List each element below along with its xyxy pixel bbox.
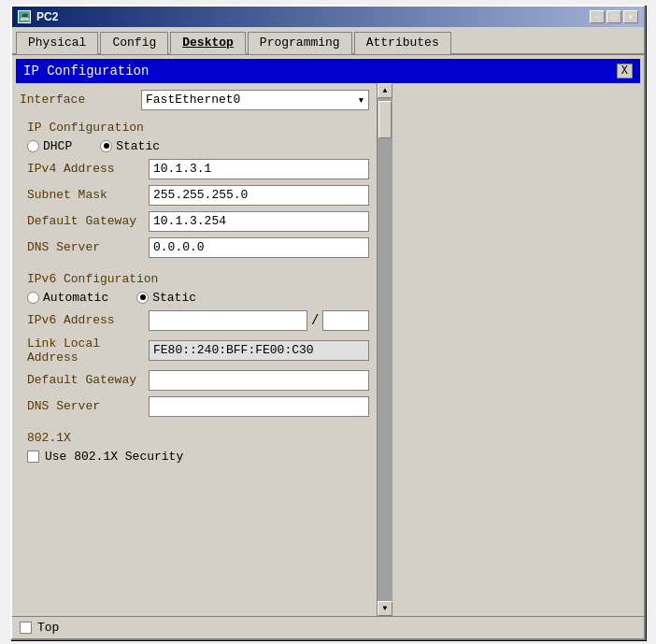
use-802-label: Use 802.1X Security <box>45 450 183 464</box>
link-local-input <box>149 340 369 361</box>
static-label: Static <box>116 139 160 153</box>
automatic-label: Automatic <box>43 291 108 305</box>
tab-programming[interactable]: Programming <box>248 32 352 54</box>
static-ipv6-radio[interactable]: Static <box>136 291 196 305</box>
scrollbar: ▲ ▼ <box>377 83 392 616</box>
title-bar-left: 💻 PC2 <box>18 10 58 23</box>
ipv6-address-row: IPv6 Address / <box>27 308 369 334</box>
scroll-thumb[interactable] <box>378 101 392 138</box>
tab-physical[interactable]: Physical <box>16 32 98 54</box>
scroll-down-button[interactable]: ▼ <box>378 601 392 616</box>
subnet-input[interactable] <box>149 185 369 206</box>
ip-config-header: IP Configuration X <box>16 59 640 83</box>
link-local-row: Link Local Address <box>27 334 369 367</box>
dns-ipv6-input[interactable] <box>149 396 369 417</box>
interface-select[interactable]: FastEthernet0 ▾ <box>141 90 369 110</box>
dns-ipv6-row: DNS Server <box>27 394 369 420</box>
interface-row: Interface FastEthernet0 ▾ <box>20 87 369 113</box>
close-button[interactable]: × <box>623 10 638 23</box>
interface-label: Interface <box>20 93 141 107</box>
slash-divider: / <box>307 313 322 328</box>
ipv4-label: IPv4 Address <box>27 162 149 176</box>
ipv4-row: IPv4 Address <box>27 156 369 182</box>
dhcp-radio-circle <box>27 140 39 152</box>
inner-content: Interface FastEthernet0 ▾ IP Configurati… <box>12 83 377 616</box>
static-ipv6-label: Static <box>152 291 196 305</box>
chevron-down-icon: ▾ <box>358 93 365 107</box>
main-content: IP Configuration X Interface FastEtherne… <box>12 55 644 616</box>
tab-config[interactable]: Config <box>100 32 168 54</box>
ipv6-address-input[interactable] <box>149 310 307 331</box>
static-ipv6-radio-circle <box>136 292 149 304</box>
minimize-button[interactable]: − <box>590 10 605 23</box>
ip-radio-row: DHCP Static <box>20 136 369 156</box>
dns-ipv6-label: DNS Server <box>27 399 149 413</box>
section-802-title: 802.1X <box>20 427 369 447</box>
subnet-row: Subnet Mask <box>27 182 369 208</box>
automatic-radio[interactable]: Automatic <box>27 291 108 305</box>
interface-value: FastEthernet0 <box>146 93 240 107</box>
default-gateway-row: Default Gateway <box>27 208 369 235</box>
tab-bar: Physical Config Desktop Programming Attr… <box>12 27 644 55</box>
window-title: PC2 <box>36 10 58 23</box>
use-802-checkbox[interactable] <box>27 451 39 463</box>
ipv6-address-label: IPv6 Address <box>27 313 149 327</box>
dns-input[interactable] <box>149 237 369 258</box>
title-buttons: − □ × <box>590 10 638 23</box>
default-gateway-ipv6-label: Default Gateway <box>27 373 149 387</box>
scroll-track[interactable] <box>378 98 392 601</box>
static-radio-circle <box>100 140 112 152</box>
default-gateway-ipv6-input[interactable] <box>149 370 369 391</box>
maximize-button[interactable]: □ <box>606 10 621 23</box>
dns-label: DNS Server <box>27 240 149 254</box>
ip-config-section-title: IP Configuration <box>20 117 369 136</box>
tab-desktop[interactable]: Desktop <box>170 32 246 54</box>
ip-config-title: IP Configuration <box>23 64 149 79</box>
default-gateway-label: Default Gateway <box>27 214 149 228</box>
ip-config-close-button[interactable]: X <box>617 64 633 79</box>
top-checkbox[interactable] <box>20 622 32 634</box>
pc-icon: 💻 <box>18 10 31 23</box>
default-gateway-input[interactable] <box>149 211 369 232</box>
static-radio[interactable]: Static <box>100 139 160 153</box>
main-window: 💻 PC2 − □ × Physical Config Desktop Prog… <box>10 5 646 640</box>
default-gateway-ipv6-row: Default Gateway <box>27 367 369 394</box>
ipv6-section-title: IPv6 Configuration <box>20 268 369 288</box>
subnet-label: Subnet Mask <box>27 188 149 202</box>
ipv6-prefix-input[interactable] <box>322 310 369 331</box>
use-802-row: Use 802.1X Security <box>27 447 369 466</box>
title-bar: 💻 PC2 − □ × <box>12 7 644 27</box>
dhcp-radio[interactable]: DHCP <box>27 139 72 153</box>
link-local-label: Link Local Address <box>27 336 149 365</box>
ipv4-input[interactable] <box>149 159 369 179</box>
main-area: IP Configuration X Interface FastEtherne… <box>12 55 644 616</box>
ipv6-radio-row: Automatic Static <box>20 288 369 308</box>
dhcp-label: DHCP <box>43 139 72 153</box>
automatic-radio-circle <box>27 292 39 304</box>
bottom-bar: Top <box>12 616 644 638</box>
top-label: Top <box>37 621 59 635</box>
tab-attributes[interactable]: Attributes <box>354 32 451 54</box>
scroll-up-button[interactable]: ▲ <box>378 83 392 98</box>
dns-row: DNS Server <box>27 235 369 261</box>
